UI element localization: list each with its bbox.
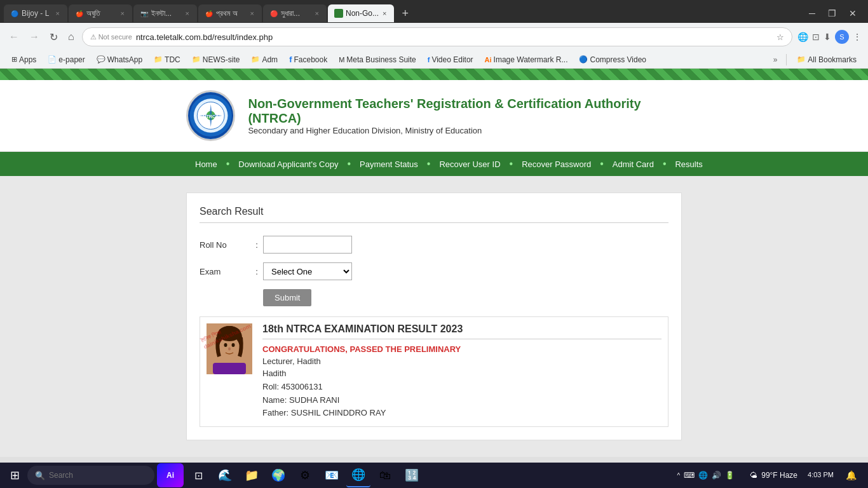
taskbar-edge[interactable]: 🌊 — [213, 463, 237, 487]
tab-insta[interactable]: 📷 ইনস্টা... × — [133, 4, 197, 22]
chrome-icon: 🌐 — [351, 468, 365, 482]
taskbar-store[interactable]: 🛍 — [373, 463, 397, 487]
tab-extras: + — [398, 6, 412, 22]
close-button[interactable]: ✕ — [844, 7, 862, 20]
tab-close-icon[interactable]: × — [381, 9, 388, 18]
result-subject: Hadith — [262, 367, 661, 381]
forward-button[interactable]: → — [27, 29, 42, 45]
volume-icon: 🔊 — [712, 471, 721, 480]
bookmark-epaper[interactable]: 📄 e-paper — [43, 54, 90, 65]
nav-payment[interactable]: Payment Status — [351, 154, 427, 174]
apps-icon: ⊞ — [11, 55, 17, 64]
new-tab-button[interactable]: + — [398, 6, 412, 22]
tab-close-icon[interactable]: × — [119, 9, 126, 18]
taskbar-search-bar[interactable]: 🔍 — [27, 466, 154, 485]
tab-close-icon[interactable]: × — [55, 9, 61, 18]
bookmark-tdc[interactable]: 📁 TDC — [149, 54, 186, 65]
result-title: 18th NTRCA EXAMINATION RESULT 2023 — [262, 323, 661, 339]
meta-icon: M — [339, 56, 344, 64]
download-button[interactable]: ⬇ — [824, 30, 831, 44]
svg-point-17 — [218, 326, 241, 341]
bookmark-compress[interactable]: 🔵 Compress Video — [574, 54, 651, 65]
taskbar-ai-button[interactable]: Ai — [157, 463, 184, 487]
bookmark-meta[interactable]: M Meta Business Suite — [334, 54, 421, 65]
tab-ntrca[interactable]: Non-Go... × — [328, 4, 394, 22]
bookmark-label: Apps — [19, 55, 36, 64]
taskbar-earth[interactable]: 🌍 — [266, 463, 290, 487]
keyboard-icon: ⌨ — [684, 471, 695, 480]
page-content: NTRCA Non-Government Teachers' Registrat… — [0, 69, 868, 463]
tab-close-icon[interactable]: × — [249, 9, 255, 18]
taskbar-calculator[interactable]: 🔢 — [400, 463, 424, 487]
start-button[interactable]: ⊞ — [5, 466, 25, 485]
nav-admit-card[interactable]: Admit Card — [604, 154, 663, 174]
roll-no-colon: : — [250, 240, 263, 250]
translate-button[interactable]: 🌐 — [797, 30, 808, 44]
bookmarks-more-button[interactable]: » — [770, 54, 782, 65]
url-bar[interactable]: ⚠ Not secure ntrca.teletalk.com.bd/resul… — [82, 27, 792, 46]
roll-no-input[interactable] — [263, 236, 352, 254]
tab-title: প্রথম অ — [216, 9, 247, 18]
home-button[interactable]: ⌂ — [65, 29, 77, 45]
bookmark-adm[interactable]: 📁 Adm — [246, 54, 283, 65]
url-text: ntrca.teletalk.com.bd/result/index.php — [136, 32, 773, 42]
star-icon[interactable]: ☆ — [776, 32, 784, 42]
mail-icon: 📧 — [325, 468, 339, 482]
header-section: NTRCA Non-Government Teachers' Registrat… — [0, 80, 868, 152]
taskbar-explorer[interactable]: 📁 — [240, 463, 264, 487]
bookmark-videoeditor[interactable]: f Video Editor — [423, 54, 478, 65]
taskbar: ⊞ 🔍 Ai ⊡ 🌊 📁 🌍 ⚙ 📧 🌐 🛍 🔢 ^ ⌨ � — [0, 463, 868, 488]
bookmark-facebook[interactable]: f Facebook — [284, 53, 332, 65]
tab-sudhara[interactable]: 🔴 সুধারা... × — [263, 4, 327, 22]
nav-recover-password[interactable]: Recover Password — [513, 154, 600, 174]
reload-button[interactable]: ↻ — [47, 29, 60, 46]
profile-button[interactable]: S — [835, 30, 849, 44]
bookmark-newssite[interactable]: 📁 NEWS-site — [187, 54, 245, 65]
submit-button[interactable]: Submit — [263, 289, 311, 306]
taskbar-search-input[interactable] — [49, 471, 147, 480]
address-bar: ← → ↻ ⌂ ⚠ Not secure ntrca.teletalk.com.… — [0, 23, 868, 51]
tab-close-icon[interactable]: × — [314, 9, 320, 18]
org-logo: NTRCA — [186, 90, 235, 141]
adm-icon: 📁 — [251, 55, 260, 64]
nav-download[interactable]: Download Applicant's Copy — [229, 154, 347, 174]
bookmark-all[interactable]: 📁 All Bookmarks — [792, 54, 862, 65]
bookmark-apps[interactable]: ⊞ Apps — [6, 54, 41, 65]
clock-display[interactable]: 4:03 PM — [808, 470, 834, 480]
nav-recover-userid[interactable]: Recover User ID — [430, 154, 509, 174]
taskbar-chrome[interactable]: 🌐 — [346, 463, 370, 487]
security-text: Not secure — [98, 33, 132, 41]
tab-bijoy[interactable]: 🔵 Bijoy - L × — [4, 4, 67, 22]
weather-display[interactable]: 🌤 99°F Haze — [745, 468, 803, 482]
nav-home[interactable]: Home — [186, 154, 226, 174]
system-tray[interactable]: ^ ⌨ 🌐 🔊 🔋 — [672, 468, 740, 482]
whatsapp-icon: 💬 — [97, 55, 105, 64]
tab-close-icon[interactable]: × — [184, 9, 191, 18]
minimize-button[interactable]: ─ — [804, 7, 820, 20]
roll-no-label: Roll No — [200, 240, 250, 250]
svg-point-13 — [232, 343, 235, 347]
main-content-box: Search Result Roll No : Exam : Select On… — [186, 193, 682, 440]
ai-icon: Ai — [485, 56, 492, 64]
bookmark-watermark[interactable]: Ai Image Watermark R... — [480, 54, 573, 65]
taskbar-settings[interactable]: ⚙ — [293, 463, 317, 487]
browser-chrome: 🔵 Bijoy - L × 🍎 অষুতি × 📷 ইনস্টা... × 🍎 … — [0, 0, 868, 69]
video-icon: f — [428, 56, 430, 64]
back-button[interactable]: ← — [6, 29, 22, 45]
nav-results[interactable]: Results — [666, 154, 711, 174]
result-details: Hadith Roll: 453006131 Name: SUDHA RANI … — [262, 367, 661, 420]
extension-button[interactable]: ⊡ — [812, 30, 820, 44]
tab-prothom[interactable]: 🍎 প্রথম অ × — [198, 4, 262, 22]
tab-oxuti[interactable]: 🍎 অষুতি × — [69, 4, 132, 22]
taskbar-mail[interactable]: 📧 — [320, 463, 344, 487]
settings-icon: ⚙ — [300, 468, 310, 482]
tab-favicon: 🔴 — [269, 9, 278, 18]
taskbar-task-view[interactable]: ⊡ — [186, 463, 210, 487]
maximize-button[interactable]: ❐ — [823, 7, 841, 20]
tab-favicon: 🍎 — [205, 9, 214, 18]
bookmark-whatsapp[interactable]: 💬 WhatsApp — [92, 54, 147, 65]
notification-button[interactable]: 🔔 — [839, 463, 863, 487]
bookmark-label: Video Editor — [431, 55, 473, 64]
more-button[interactable]: ⋮ — [853, 30, 862, 44]
exam-select[interactable]: Select One — [263, 262, 352, 280]
